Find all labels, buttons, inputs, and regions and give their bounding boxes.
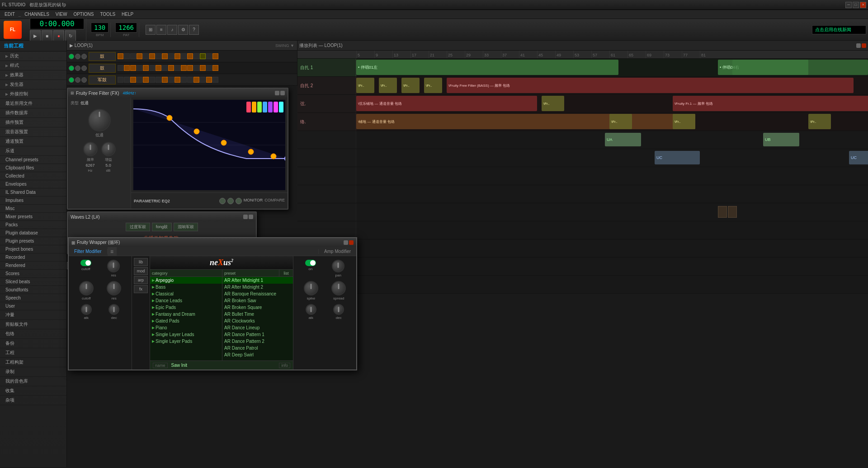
track-label-6[interactable] [297,149,356,167]
sidebar-item-il-shared-data[interactable]: IL Shared Data [0,188,66,197]
step-3-6[interactable] [149,77,155,83]
nexus-pan-knob[interactable] [332,260,344,272]
pattern-block-1-1[interactable]: • 伴唱01左 [356,60,618,75]
eq-close[interactable] [280,91,285,95]
menu-options[interactable]: OPTIONS [71,11,96,18]
sidebar-item-recorded[interactable]: Recorded [0,253,66,262]
channel-up-3[interactable] [81,77,87,83]
eq-curve-display[interactable] [133,99,286,191]
menu-channels[interactable]: CHANNELS [22,11,52,18]
maximize-button[interactable]: □ [853,2,859,8]
nexus-name-btn[interactable]: name [153,363,168,368]
toolbar-btn-3[interactable]: ♪ [167,25,177,35]
eq-band-5[interactable] [268,102,273,112]
channel-solo-3[interactable] [75,77,80,83]
stop-button[interactable]: ■ [42,30,52,41]
nexus-win-controls[interactable] [344,240,354,245]
track-label-7[interactable] [297,167,356,185]
cat-single-pads[interactable]: ▶ Single Layer Pads [150,338,222,345]
sidebar-item-clipboard[interactable]: Clipboard files [0,164,66,172]
channel-up-2[interactable] [81,66,87,71]
step-1-2[interactable] [124,53,130,59]
channel-name-3[interactable]: 军鼓 [89,75,116,84]
track-label-10[interactable] [297,221,356,239]
sidebar-item-envelopes[interactable]: Envelopes [0,180,66,188]
step-1-5[interactable] [143,53,149,59]
sidebar-item-user[interactable]: User [0,302,66,310]
preset-ar-dance-patrol[interactable]: AR Dance Patrol [222,345,293,351]
cat-fantasy[interactable]: ▶ Fantasy and Dream [150,311,222,318]
minimize-button[interactable]: ─ [845,2,852,8]
menu-view[interactable]: VIEW [53,11,70,18]
channel-name-1[interactable]: 鼓 [89,52,116,61]
track-content-7[interactable]: UD [356,167,868,185]
sidebar-item-impulses[interactable]: Impulses [0,197,66,205]
channel-mute-1[interactable] [69,54,74,59]
playlist-close[interactable] [862,43,866,48]
nexus-spread-knob[interactable] [331,281,346,295]
eq-freq-knob[interactable] [83,142,98,156]
track-content-5[interactable]: UA UB [356,131,868,149]
step-3-14[interactable] [200,77,206,83]
step-1-8[interactable] [162,53,168,59]
preset-ar-bullet-time[interactable]: AR Bullet Time [222,311,293,318]
nexus-info-btn[interactable]: info [279,363,290,368]
preset-ar-after-midnight-2[interactable]: AR After Midnight 2 [222,284,293,290]
toolbar-btn-4[interactable]: ⚙ [178,25,188,35]
channel-mute-2[interactable] [69,66,74,71]
sidebar-item-speech[interactable]: Speech [0,294,66,302]
toolbar-btn-5[interactable]: ? [189,25,199,35]
sidebar-item-collect-zh[interactable]: 收集 [0,386,66,396]
nexus-mod-btn[interactable]: mod [134,267,148,275]
eq-monitor-btn[interactable] [236,198,242,204]
nexus-fx-btn[interactable]: fx [134,285,148,293]
step-1-6[interactable] [149,53,155,59]
track-9-block-2[interactable] [728,206,737,218]
nexus-on-switch[interactable] [80,260,91,266]
sidebar-item-mixer-presets-en[interactable]: Mixer presets [0,213,66,221]
track-label-2[interactable]: 自扎 2 [297,77,356,94]
step-2-11[interactable] [181,65,187,71]
nexus-library-btn[interactable]: lib [134,258,148,266]
preset-ar-after-midnight-1[interactable]: AR After Midnight 1 [222,277,293,284]
pattern-block-2-4[interactable]: \Fr.. [424,78,442,93]
menu-tools[interactable]: TOOLS [97,11,118,18]
eq-type-knob[interactable] [88,109,111,131]
step-1-7[interactable] [156,53,161,59]
track-content-8[interactable] [356,185,868,203]
step-2-4[interactable] [137,65,142,71]
waves-ch-btn-2[interactable]: fong鼓 [152,223,172,231]
bpm-display[interactable]: 130 [91,23,108,33]
pattern-block-3-1[interactable]: \弦乐铺地 — 通道音量 包络 [356,96,537,111]
step-2-2[interactable] [124,65,130,71]
waves-minimize[interactable] [243,215,248,219]
step-1-10[interactable] [175,53,180,59]
nexus-dec-knob[interactable] [108,304,119,315]
menu-help[interactable]: HELP [119,11,136,18]
step-3-12[interactable] [187,77,193,83]
track-content-10[interactable] [356,221,868,239]
step-2-9[interactable] [168,65,174,71]
step-2-5[interactable] [143,65,149,71]
sidebar-item-channel-presets-en[interactable]: Channel presets [0,156,66,164]
track-6-block-1[interactable]: UC [655,151,700,164]
nexus-titlebar[interactable]: ⊞ Fruity Wrapper (循环) [69,238,356,247]
sidebar-item-style[interactable]: ▶样式 [0,61,66,70]
nexus-minimize[interactable] [344,240,348,245]
step-2-7[interactable] [156,65,161,71]
sidebar-item-tracks[interactable]: 乐道 [0,146,66,156]
track-content-13[interactable] [356,276,868,293]
step-2-12[interactable] [187,65,193,71]
loop-button[interactable]: ↻ [65,30,76,41]
sidebar-item-backup-zh[interactable]: 备份 [0,339,66,348]
sidebar-item-misc[interactable]: Misc [0,205,66,213]
track-content-9[interactable] [356,203,868,221]
step-2-15[interactable] [206,65,212,71]
step-3-8[interactable] [162,77,168,83]
track-label-4[interactable]: 络. [297,113,356,131]
waves-close[interactable] [249,215,253,219]
eq-hq-btn[interactable] [219,198,226,204]
step-2-1[interactable] [118,65,123,71]
menu-edit[interactable]: EDIT [2,11,18,18]
sidebar-item-project-zh[interactable]: 工程 [0,348,66,358]
